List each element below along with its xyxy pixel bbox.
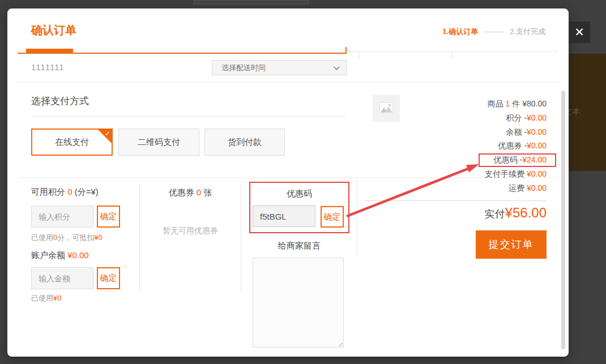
scrollbar[interactable] bbox=[561, 91, 565, 349]
tab-label: 在线支付 bbox=[55, 137, 89, 148]
summary-row-goods: 商品 1 件 ¥80.00 bbox=[368, 97, 547, 111]
summary-row-fee: 支付手续费 ¥0.00 bbox=[368, 167, 547, 181]
points-used-note: 已使用0分，可抵扣¥0 bbox=[31, 233, 103, 243]
coupon-count: 0 bbox=[197, 187, 201, 197]
screen: 文本 ✕ 确认订单 1.确认订单 2.支付完成 1111111 选择配送时间 选… bbox=[0, 0, 606, 364]
balance-confirm-button[interactable]: 确定 bbox=[97, 267, 120, 289]
summary-row-balance: 余额 -¥0.00 bbox=[368, 125, 547, 139]
delivery-time-select-label: 选择配送时间 bbox=[221, 63, 334, 73]
table-fragment-border bbox=[347, 52, 558, 52]
summary-row-points: 积分 -¥0.00 bbox=[368, 111, 547, 125]
divider bbox=[31, 116, 345, 117]
backdrop-input-fragment bbox=[193, 0, 309, 5]
page-title: 确认订单 bbox=[31, 23, 76, 38]
table-fragment-divider bbox=[451, 52, 452, 58]
divider bbox=[364, 200, 547, 201]
close-button[interactable]: ✕ bbox=[569, 22, 590, 43]
points-label: 可用积分 0 (分=¥) bbox=[31, 187, 99, 198]
checkout-steps: 1.确认订单 2.支付完成 bbox=[442, 27, 545, 37]
goods-count: 1 bbox=[506, 99, 510, 108]
table-fragment-divider bbox=[359, 52, 359, 58]
balance-value: ¥0.00 bbox=[67, 250, 89, 260]
close-icon: ✕ bbox=[574, 25, 584, 39]
promo-confirm-button[interactable]: 确定 bbox=[321, 206, 344, 228]
total-label: 实付 bbox=[485, 208, 505, 220]
submit-order-button[interactable]: 提交订单 bbox=[476, 230, 547, 259]
address-box-fragment-edge bbox=[345, 47, 347, 54]
order-note-text: 1111111 bbox=[31, 62, 65, 72]
promo-code-title: 优惠码 bbox=[249, 189, 349, 199]
points-confirm-button[interactable]: 确定 bbox=[97, 205, 120, 228]
summary-row-coupon: 优惠券 -¥0.00 bbox=[368, 139, 547, 153]
address-box-fragment-bar bbox=[26, 49, 73, 54]
tab-qrcode-payment[interactable]: 二维码支付 bbox=[118, 129, 199, 156]
step-next: 2.支付完成 bbox=[510, 27, 545, 37]
tab-online-payment[interactable]: 在线支付 ✓ bbox=[31, 129, 113, 156]
summary-row-promo: 优惠码 -¥24.00 bbox=[368, 153, 547, 167]
check-icon: ✓ bbox=[105, 130, 110, 138]
divider bbox=[357, 178, 357, 256]
step-connector bbox=[484, 32, 504, 32]
balance-used-note: 已使用¥0 bbox=[31, 293, 61, 303]
payment-section-title: 选择支付方式 bbox=[31, 95, 89, 108]
divider bbox=[139, 184, 140, 293]
divider bbox=[241, 184, 241, 293]
step-current: 1.确认订单 bbox=[442, 27, 478, 37]
chevron-down-icon bbox=[334, 63, 340, 70]
total-payable: 实付¥56.00 bbox=[368, 205, 547, 221]
merchant-message-label: 给商家留言 bbox=[249, 241, 349, 251]
divider bbox=[18, 82, 558, 82]
summary-row-shipping: 运费 ¥0.00 bbox=[368, 181, 547, 195]
total-value: ¥56.00 bbox=[505, 205, 547, 220]
promo-code-input[interactable] bbox=[253, 205, 315, 227]
tab-label: 二维码支付 bbox=[138, 137, 180, 148]
merchant-message-textarea[interactable] bbox=[253, 258, 344, 348]
points-available-value: 0 bbox=[67, 187, 72, 196]
coupon-empty-text: 暂无可用优惠券 bbox=[140, 226, 241, 236]
tab-label: 货到付款 bbox=[228, 137, 262, 148]
delivery-time-select[interactable]: 选择配送时间 bbox=[212, 60, 347, 75]
tab-cash-on-delivery[interactable]: 货到付款 bbox=[204, 129, 285, 156]
order-summary: 商品 1 件 ¥80.00 积分 -¥0.00 余额 -¥0.00 优惠券 -¥… bbox=[368, 97, 547, 195]
points-input[interactable] bbox=[31, 205, 93, 228]
balance-input[interactable] bbox=[31, 267, 93, 289]
balance-label: 账户余额 ¥0.00 bbox=[31, 250, 89, 261]
coupon-label: 优惠券 0 张 bbox=[140, 187, 241, 198]
